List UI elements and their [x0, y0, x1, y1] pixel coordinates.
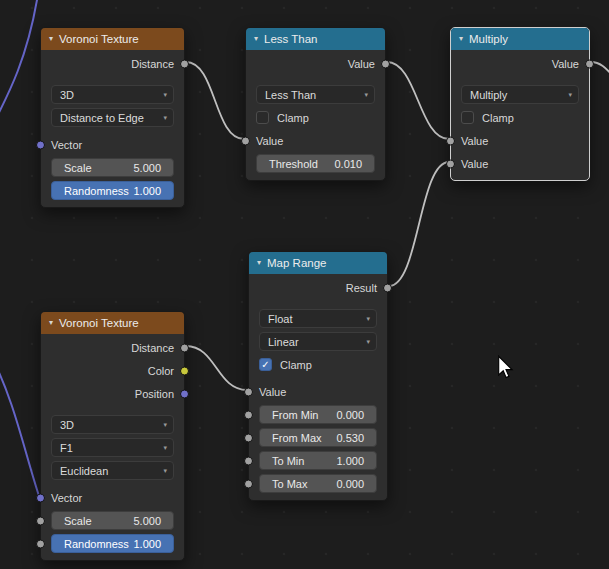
- interpolation-dropdown[interactable]: Linear ▾: [259, 332, 377, 351]
- feature-dropdown[interactable]: F1 ▾: [51, 438, 174, 457]
- wire-vector-bottom-left: [0, 358, 39, 496]
- dropdown-value: 3D: [60, 89, 74, 101]
- input-socket-value-2[interactable]: [446, 159, 455, 168]
- field-value: 1.000: [133, 538, 161, 550]
- input-socket-value-1[interactable]: [446, 136, 455, 145]
- output-row-result: Result: [249, 276, 387, 299]
- output-socket-result[interactable]: [383, 283, 392, 292]
- field-value: 5.000: [133, 162, 161, 174]
- field-label: Randomness: [64, 185, 129, 197]
- collapse-chevron-icon[interactable]: ▾: [459, 35, 463, 43]
- input-label: Vector: [51, 139, 82, 151]
- node-less-than[interactable]: ▾ Less Than Value Less Than ▾ ✓ Clamp Va…: [245, 27, 386, 181]
- output-row-value: Value: [246, 52, 385, 75]
- collapse-chevron-icon[interactable]: ▾: [49, 35, 53, 43]
- output-socket-value[interactable]: [585, 59, 594, 68]
- mouse-cursor: [496, 355, 514, 379]
- clamp-row: ✓ Clamp: [249, 353, 387, 376]
- input-socket-to-max[interactable]: [244, 479, 253, 488]
- input-socket-randomness[interactable]: [36, 539, 45, 548]
- node-header[interactable]: ▾ Multiply: [451, 28, 589, 50]
- node-title: Voronoi Texture: [59, 33, 139, 45]
- chevron-down-icon: ▾: [163, 421, 167, 429]
- node-header[interactable]: ▾ Map Range: [249, 252, 387, 274]
- field-row: Threshold 0.010: [246, 152, 385, 175]
- node-voronoi-texture-top[interactable]: ▾ Voronoi Texture Distance 3D ▾ Distance…: [40, 27, 185, 208]
- clamp-row: ✓ Clamp: [451, 106, 589, 129]
- clamp-checkbox[interactable]: ✓: [259, 358, 272, 371]
- node-header[interactable]: ▾ Less Than: [246, 28, 385, 50]
- randomness-slider[interactable]: Randomness 1.000: [51, 181, 174, 200]
- field-label: To Max: [272, 478, 307, 490]
- node-body: Distance Color Position 3D ▾ F1 ▾ Euc: [41, 334, 184, 560]
- to-max-field[interactable]: To Max 0.000: [259, 474, 377, 493]
- field-row: Randomness 1.000: [41, 532, 184, 555]
- operation-dropdown[interactable]: Less Than ▾: [256, 85, 375, 104]
- scale-field[interactable]: Scale 5.000: [51, 511, 174, 530]
- field-value: 1.000: [336, 455, 364, 467]
- scale-field[interactable]: Scale 5.000: [51, 158, 174, 177]
- input-socket-value[interactable]: [244, 387, 253, 396]
- data-type-dropdown[interactable]: Float ▾: [259, 309, 377, 328]
- dropdown-row: Euclidean ▾: [41, 459, 184, 482]
- input-row-value-1: Value: [451, 129, 589, 152]
- node-multiply[interactable]: ▾ Multiply Value Multiply ▾ ✓ Clamp Valu…: [450, 27, 590, 181]
- field-label: To Min: [272, 455, 304, 467]
- dimensions-dropdown[interactable]: 3D ▾: [51, 415, 174, 434]
- node-editor-canvas[interactable]: { "colors": { "background": "#1d1d1d", "…: [0, 0, 609, 569]
- output-socket-position[interactable]: [180, 389, 189, 398]
- node-voronoi-texture-bottom[interactable]: ▾ Voronoi Texture Distance Color Positio…: [40, 311, 185, 561]
- randomness-slider[interactable]: Randomness 1.000: [51, 534, 174, 553]
- node-map-range[interactable]: ▾ Map Range Result Float ▾ Linear ▾ ✓ Cl…: [248, 251, 388, 501]
- collapse-chevron-icon[interactable]: ▾: [254, 35, 258, 43]
- collapse-chevron-icon[interactable]: ▾: [257, 259, 261, 267]
- feature-dropdown[interactable]: Distance to Edge ▾: [51, 108, 174, 127]
- collapse-chevron-icon[interactable]: ▾: [49, 319, 53, 327]
- dimensions-dropdown[interactable]: 3D ▾: [51, 85, 174, 104]
- field-value: 0.000: [336, 409, 364, 421]
- output-socket-distance[interactable]: [180, 343, 189, 352]
- input-socket-from-max[interactable]: [244, 433, 253, 442]
- to-min-field[interactable]: To Min 1.000: [259, 451, 377, 470]
- output-row-distance: Distance: [41, 52, 184, 75]
- node-header[interactable]: ▾ Voronoi Texture: [41, 28, 184, 50]
- clamp-label: Clamp: [280, 359, 312, 371]
- input-socket-value[interactable]: [241, 136, 250, 145]
- output-socket-color[interactable]: [180, 366, 189, 375]
- input-socket-scale[interactable]: [36, 516, 45, 525]
- threshold-field[interactable]: Threshold 0.010: [256, 154, 375, 173]
- input-socket-to-min[interactable]: [244, 456, 253, 465]
- node-title: Voronoi Texture: [59, 317, 139, 329]
- from-max-field[interactable]: From Max 0.530: [259, 428, 377, 447]
- node-title: Less Than: [264, 33, 318, 45]
- input-socket-from-min[interactable]: [244, 410, 253, 419]
- input-label: Value: [256, 135, 283, 147]
- wire-voronoi-top-to-less-than: [186, 62, 244, 139]
- field-row: From Max 0.530: [249, 426, 387, 449]
- input-socket-vector[interactable]: [36, 493, 45, 502]
- distance-metric-dropdown[interactable]: Euclidean ▾: [51, 461, 174, 480]
- dropdown-row: F1 ▾: [41, 436, 184, 459]
- dropdown-row: Less Than ▾: [246, 83, 385, 106]
- output-socket-distance[interactable]: [180, 59, 189, 68]
- clamp-row: ✓ Clamp: [246, 106, 385, 129]
- clamp-label: Clamp: [482, 112, 514, 124]
- output-label: Value: [552, 58, 579, 70]
- wire-less-than-to-multiply: [387, 62, 449, 139]
- node-title: Map Range: [267, 257, 326, 269]
- clamp-checkbox[interactable]: ✓: [461, 111, 474, 124]
- dropdown-value: Linear: [268, 336, 299, 348]
- dropdown-value: Less Than: [265, 89, 316, 101]
- node-body: Value Less Than ▾ ✓ Clamp Value Threshol…: [246, 50, 385, 180]
- input-socket-vector[interactable]: [36, 140, 45, 149]
- output-socket-value[interactable]: [381, 59, 390, 68]
- clamp-checkbox[interactable]: ✓: [256, 111, 269, 124]
- check-icon: ✓: [261, 360, 269, 370]
- dropdown-row: Distance to Edge ▾: [41, 106, 184, 129]
- output-label: Result: [346, 282, 377, 294]
- input-label: Value: [461, 135, 488, 147]
- node-header[interactable]: ▾ Voronoi Texture: [41, 312, 184, 334]
- input-row-vector: Vector: [41, 486, 184, 509]
- operation-dropdown[interactable]: Multiply ▾: [461, 85, 579, 104]
- from-min-field[interactable]: From Min 0.000: [259, 405, 377, 424]
